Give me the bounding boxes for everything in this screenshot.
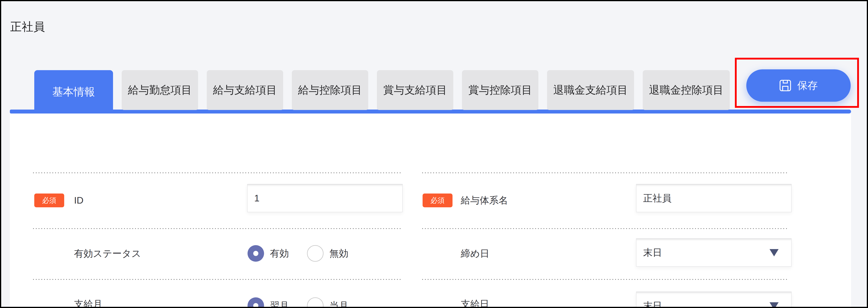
closing-day-label: 締め日	[461, 248, 489, 259]
payment-month-radio-group: 翌月 当月	[248, 297, 348, 307]
id-input[interactable]	[247, 184, 403, 212]
payment-month-option-next: 翌月	[248, 297, 289, 307]
chevron-down-icon	[770, 249, 779, 256]
radio-selected-icon[interactable]	[248, 297, 264, 307]
row-separator	[33, 279, 402, 280]
row-separator	[422, 172, 788, 173]
radio-option-label[interactable]: 有効	[270, 247, 289, 260]
required-badge: 必須	[423, 194, 453, 207]
radio-option-label[interactable]: 翌月	[270, 299, 289, 307]
page-title: 正社員	[10, 19, 45, 34]
payroll-settings-screen: 正社員 基本情報 給与勤怠項目 給与支給項目 給与控除項目 賞与支給項目 賞与控…	[0, 0, 868, 308]
payment-month-option-current: 当月	[307, 297, 348, 307]
tab-bonus-payment-items[interactable]: 賞与支給項目	[377, 70, 453, 110]
required-badge: 必須	[34, 194, 64, 207]
status-option-inactive: 無効	[307, 245, 348, 262]
id-field-label: ID	[74, 195, 84, 206]
chevron-down-icon	[770, 302, 779, 307]
row-separator	[33, 228, 402, 229]
tab-retirement-payment-items[interactable]: 退職金支給項目	[547, 70, 634, 110]
radio-unselected-icon[interactable]	[307, 245, 323, 262]
tab-retirement-deduction-items[interactable]: 退職金控除項目	[643, 70, 730, 110]
tab-salary-deduction-items[interactable]: 給与控除項目	[292, 70, 368, 110]
radio-unselected-icon[interactable]	[307, 297, 323, 307]
payment-day-value: 末日	[643, 300, 662, 307]
closing-day-value: 末日	[643, 246, 662, 259]
status-field-label: 有効ステータス	[74, 248, 141, 259]
radio-option-label[interactable]: 当月	[330, 299, 348, 307]
closing-day-select[interactable]: 末日	[636, 239, 792, 267]
tab-basic-info[interactable]: 基本情報	[34, 70, 113, 113]
row-separator	[422, 228, 788, 229]
tab-salary-attendance-items[interactable]: 給与勤怠項目	[122, 70, 198, 110]
tab-bonus-deduction-items[interactable]: 賞与控除項目	[462, 70, 538, 110]
status-radio-group: 有効 無効	[248, 245, 348, 262]
radio-selected-icon[interactable]	[248, 245, 264, 262]
salary-system-name-input[interactable]	[636, 184, 792, 212]
payment-month-label: 支給月	[74, 299, 102, 307]
status-option-active: 有効	[248, 245, 289, 262]
row-separator	[33, 172, 402, 173]
row-separator	[422, 279, 788, 280]
payment-day-select[interactable]: 末日	[636, 292, 792, 307]
salary-system-name-label: 給与体系名	[461, 195, 508, 206]
radio-option-label[interactable]: 無効	[330, 247, 348, 260]
tab-salary-payment-items[interactable]: 給与支給項目	[207, 70, 283, 110]
tab-bar: 基本情報 給与勤怠項目 給与支給項目 給与控除項目 賞与支給項目 賞与控除項目 …	[34, 70, 730, 113]
payment-day-label: 支給日	[461, 299, 489, 307]
basic-info-panel: 必須 ID 必須 給与体系名 有効ステータス 有効 無効 締め日 末日 支給月	[10, 113, 851, 307]
annotation-highlight-box	[735, 58, 859, 108]
